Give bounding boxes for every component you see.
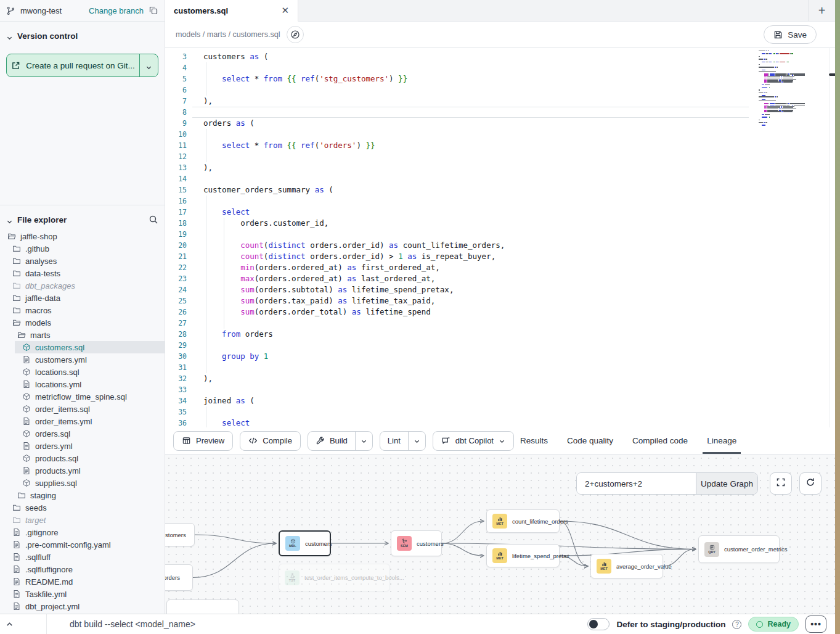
lineage-node-orders[interactable]: MDLorders xyxy=(165,564,193,591)
code-line-13[interactable]: 13), xyxy=(165,162,835,173)
build-dropdown-button[interactable] xyxy=(355,432,372,450)
file-tree-item-analyses[interactable]: analyses xyxy=(0,255,165,267)
tab-lineage[interactable]: Lineage xyxy=(707,427,736,454)
file-tree-item-dbt_packages[interactable]: dbt_packages xyxy=(0,279,165,292)
code-line-8[interactable]: 8 xyxy=(165,107,835,118)
build-button[interactable]: Build xyxy=(308,432,355,450)
refresh-button[interactable] xyxy=(799,472,822,495)
file-tree-item-.sqlfluff[interactable]: .sqlfluff xyxy=(0,551,165,563)
lineage-node-test_order_items_compute_to_bools...[interactable]: TSTtest_order_items_compute_to_bools... xyxy=(279,564,390,591)
code-line-7[interactable]: 7), xyxy=(165,96,835,107)
lineage-node-average_order_value[interactable]: METaverage_order_value xyxy=(590,554,663,578)
lineage-panel[interactable]: MDLstg_customersMDLordersMDLcustomersTST… xyxy=(165,455,835,614)
file-tree-item-.gitignore[interactable]: .gitignore xyxy=(0,526,165,538)
lineage-node-count_lifetime_orders[interactable]: METcount_lifetime_orders xyxy=(486,509,560,533)
code-line-31[interactable]: 31 xyxy=(165,362,835,373)
code-line-33[interactable]: 33 xyxy=(165,384,835,395)
code-line-16[interactable]: 16 xyxy=(165,196,835,207)
file-tree-item-marts[interactable]: marts xyxy=(0,329,165,341)
lineage-node-lifetime_spend_pretax[interactable]: METlifetime_spend_pretax xyxy=(486,544,560,567)
tab-results[interactable]: Results xyxy=(520,427,548,454)
file-tree-item-models[interactable]: models xyxy=(0,316,165,329)
close-icon[interactable]: ✕ xyxy=(281,5,289,16)
code-line-34[interactable]: 34joined as ( xyxy=(165,395,835,406)
create-pull-request-button[interactable]: Create a pull request on Git... xyxy=(6,54,158,77)
code-line-23[interactable]: 23 max(orders.ordered_at) as last_ordere… xyxy=(165,273,835,284)
file-tree-item-products.sql[interactable]: products.sql xyxy=(0,452,165,464)
save-button[interactable]: Save xyxy=(764,25,817,44)
help-icon[interactable]: ? xyxy=(732,620,741,629)
file-tree-item-target[interactable]: target xyxy=(0,514,165,526)
file-tree-item-orders.sql[interactable]: orders.sql xyxy=(0,427,165,440)
file-tree-item-order_items.sql[interactable]: order_items.sql xyxy=(0,403,165,415)
expand-panel-button[interactable] xyxy=(0,614,47,634)
file-tree-item-customers.yml[interactable]: customers.yml xyxy=(0,353,165,366)
code-line-35[interactable]: 35 xyxy=(165,406,835,418)
dbt-command-input[interactable] xyxy=(70,619,402,629)
file-tree-item-locations.sql[interactable]: locations.sql xyxy=(0,366,165,378)
compass-icon[interactable] xyxy=(287,26,304,43)
file-tree-item-seeds[interactable]: seeds xyxy=(0,501,165,514)
search-icon[interactable] xyxy=(149,215,158,224)
code-line-10[interactable]: 10 xyxy=(165,129,835,140)
file-tree-item-staging[interactable]: staging xyxy=(0,489,165,501)
change-branch-link[interactable]: Change branch xyxy=(89,6,144,15)
more-options-button[interactable]: ••• xyxy=(805,615,826,633)
version-control-header[interactable]: Version control xyxy=(6,30,158,42)
code-line-9[interactable]: 9orders as ( xyxy=(165,118,835,129)
file-tree-item-Taskfile.yml[interactable]: Taskfile.yml xyxy=(0,588,165,600)
file-tree-item-supplies.sql[interactable]: supplies.sql xyxy=(0,477,165,489)
copy-icon[interactable] xyxy=(149,6,158,15)
code-line-5[interactable]: 5 select * from {{ ref('stg_customers') … xyxy=(165,73,835,84)
code-line-29[interactable]: 29 xyxy=(165,340,835,351)
tab-customers-sql[interactable]: customers.sql ✕ xyxy=(165,0,298,22)
code-line-15[interactable]: 15customer_orders_summary as ( xyxy=(165,184,835,196)
tab-code-quality[interactable]: Code quality xyxy=(567,427,613,454)
code-line-4[interactable]: 4 xyxy=(165,62,835,73)
tab-compiled-code[interactable]: Compiled code xyxy=(632,427,688,454)
file-tree-item-metricflow_time_spine.sql[interactable]: metricflow_time_spine.sql xyxy=(0,390,165,403)
file-tree-item-customers.sql[interactable]: customers.sql xyxy=(0,341,165,353)
file-tree-item-macros[interactable]: macros xyxy=(0,304,165,316)
lineage-node-stg_customers[interactable]: MDLstg_customers xyxy=(165,523,195,546)
code-line-12[interactable]: 12 xyxy=(165,151,835,162)
compile-button[interactable]: Compile xyxy=(240,431,301,451)
file-tree-item-orders.yml[interactable]: orders.yml xyxy=(0,440,165,452)
code-line-27[interactable]: 27 xyxy=(165,318,835,329)
file-explorer-header[interactable]: File explorer xyxy=(0,205,165,226)
minimap[interactable] xyxy=(759,51,828,126)
code-line-21[interactable]: 21 count(distinct orders.order_id) > 1 a… xyxy=(165,251,835,262)
code-line-26[interactable]: 26 sum(orders.order_total) as lifetime_s… xyxy=(165,307,835,318)
code-line-19[interactable]: 19 xyxy=(165,229,835,240)
code-line-24[interactable]: 24 sum(orders.subtotal) as lifetime_spen… xyxy=(165,284,835,295)
file-tree-item-jaffle-shop[interactable]: jaffle-shop xyxy=(0,230,165,242)
pr-dropdown-button[interactable] xyxy=(139,54,158,76)
fullscreen-button[interactable] xyxy=(770,472,792,495)
lint-button[interactable]: Lint xyxy=(380,432,408,450)
file-tree-item-.github[interactable]: .github xyxy=(0,242,165,255)
code-line-28[interactable]: 28 from orders xyxy=(165,329,835,340)
new-tab-button[interactable]: + xyxy=(808,0,835,21)
update-graph-button[interactable]: Update Graph xyxy=(696,473,757,494)
lineage-node-customers[interactable]: SEMcustomers xyxy=(391,530,442,556)
lineage-node-partial-9[interactable] xyxy=(166,599,239,614)
code-line-36[interactable]: 36 select xyxy=(165,418,835,427)
file-tree-item-order_items.yml[interactable]: order_items.yml xyxy=(0,415,165,427)
file-tree-item-locations.yml[interactable]: locations.yml xyxy=(0,378,165,390)
lineage-node-customer_order_metrics[interactable]: QRYcustomer_order_metrics xyxy=(698,535,780,563)
code-line-32[interactable]: 32), xyxy=(165,373,835,384)
code-line-3[interactable]: 3customers as ( xyxy=(165,51,835,62)
code-line-6[interactable]: 6 xyxy=(165,84,835,96)
code-line-18[interactable]: 18 orders.customer_id, xyxy=(165,218,835,229)
lint-dropdown-button[interactable] xyxy=(408,432,425,450)
file-tree-item-.pre-commit-config.yaml[interactable]: .pre-commit-config.yaml xyxy=(0,538,165,551)
code-editor[interactable]: 3customers as (45 select * from {{ ref('… xyxy=(165,48,835,427)
code-line-30[interactable]: 30 group by 1 xyxy=(165,351,835,362)
code-line-17[interactable]: 17 select xyxy=(165,207,835,218)
file-tree-item-README.md[interactable]: README.md xyxy=(0,575,165,588)
code-line-22[interactable]: 22 min(orders.ordered_at) as first_order… xyxy=(165,262,835,273)
file-tree-item-products.yml[interactable]: products.yml xyxy=(0,464,165,477)
dbt-copilot-button[interactable]: dbt Copilot xyxy=(433,431,514,451)
file-tree-item-.sqlfluffignore[interactable]: .sqlfluffignore xyxy=(0,563,165,575)
code-line-20[interactable]: 20 count(distinct orders.order_id) as co… xyxy=(165,240,835,251)
